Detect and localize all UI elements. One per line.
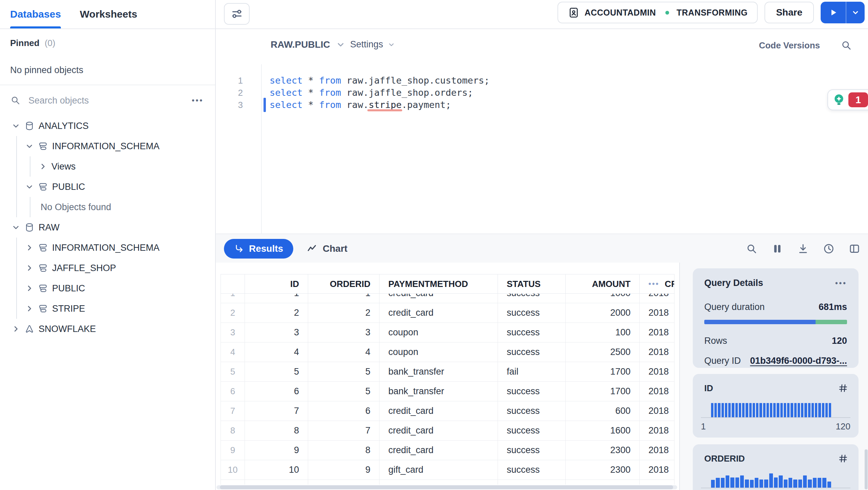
tree-item-views[interactable]: Views [0, 156, 215, 177]
search-objects-input[interactable]: Search objects ••• [0, 89, 215, 112]
cell[interactable]: bank_transfer [380, 382, 498, 401]
row-number[interactable]: 8 [221, 421, 245, 441]
editor-search-button[interactable] [840, 39, 852, 51]
cell[interactable]: success [498, 441, 566, 460]
table-row[interactable]: 222credit_cardsuccess20002018 [221, 303, 675, 323]
column-header-created[interactable]: •••CREATED [640, 274, 675, 294]
table-row[interactable]: 111credit_cardsuccess10002018 [221, 294, 675, 303]
tree-item-snowflake[interactable]: SNOWFLAKE [0, 319, 215, 339]
row-number[interactable]: 5 [221, 362, 245, 382]
query-history-button[interactable] [823, 243, 835, 255]
cell[interactable]: 2018 [640, 441, 675, 460]
tree-item-stripe[interactable]: STRIPE [0, 298, 215, 319]
chevron-down-icon[interactable] [12, 121, 20, 130]
column-header-paymentmethod[interactable]: PAYMENTMETHOD [380, 274, 498, 294]
copilot-suggestions-pill[interactable]: 1 [827, 89, 868, 110]
cell[interactable]: 2018 [640, 401, 675, 421]
table-row[interactable]: 444couponsuccess25002018 [221, 342, 675, 362]
cell[interactable]: 2 [245, 303, 308, 323]
cell[interactable]: 8 [308, 441, 380, 460]
tree-item-raw[interactable]: RAW [0, 217, 215, 238]
cell[interactable]: 2018 [640, 421, 675, 441]
cell[interactable]: 2018 [640, 382, 675, 401]
cell[interactable]: success [498, 342, 566, 362]
query-id-link[interactable]: 01b349f6-0000-d793-... [750, 356, 847, 366]
chevron-right-icon[interactable] [39, 162, 47, 171]
cell[interactable]: 1 [308, 294, 380, 303]
cell[interactable] [566, 480, 640, 485]
column-header-status[interactable]: STATUS [498, 274, 566, 294]
cell[interactable]: 7 [308, 421, 380, 441]
table-row[interactable]: 555bank_transferfail17002018 [221, 362, 675, 382]
cell[interactable]: 2300 [566, 460, 640, 480]
cell[interactable]: 9 [245, 441, 308, 460]
cell[interactable]: 2300 [566, 441, 640, 460]
cell[interactable]: credit_card [380, 421, 498, 441]
download-button[interactable] [797, 243, 809, 255]
cell[interactable]: fail [498, 362, 566, 382]
cell[interactable]: success [498, 382, 566, 401]
row-number[interactable]: 6 [221, 382, 245, 401]
cell[interactable]: 1700 [566, 382, 640, 401]
table-row[interactable]: 665bank_transfersuccess17002018 [221, 382, 675, 401]
chevron-right-icon[interactable] [25, 243, 34, 252]
horizontal-scrollbar[interactable] [216, 485, 677, 489]
cell[interactable]: coupon [380, 323, 498, 342]
tab-chart[interactable]: Chart [304, 239, 349, 259]
cell[interactable]: success [498, 294, 566, 303]
horizontal-scrollbar-thumb[interactable] [220, 485, 673, 489]
cell[interactable]: success [498, 460, 566, 480]
cell[interactable]: 2018 [640, 323, 675, 342]
cell[interactable] [380, 480, 498, 485]
cell[interactable]: success [498, 401, 566, 421]
tree-item-jaffle_shop[interactable]: JAFFLE_SHOP [0, 258, 215, 278]
chevron-down-icon[interactable] [12, 223, 20, 232]
cell[interactable]: bank_transfer [380, 362, 498, 382]
cell[interactable]: 5 [308, 382, 380, 401]
tree-item-analytics[interactable]: ANALYTICS [0, 116, 215, 136]
cell[interactable]: coupon [380, 342, 498, 362]
columns-button[interactable] [771, 243, 783, 255]
run-options-button[interactable] [846, 2, 865, 23]
code-line[interactable]: 3select * from raw.stripe.payment; [216, 99, 868, 111]
table-row[interactable]: 887credit_cardsuccess16002018 [221, 421, 675, 441]
database-schema-selector[interactable]: RAW.PUBLIC [271, 39, 346, 50]
cell[interactable]: 100 [566, 323, 640, 342]
tree-item-information_schema[interactable]: INFORMATION_SCHEMA [0, 238, 215, 258]
cell[interactable]: 1000 [566, 294, 640, 303]
code-versions-button[interactable]: Code Versions [759, 40, 820, 51]
hash-icon[interactable] [838, 383, 848, 394]
cell[interactable] [640, 480, 675, 485]
tab-databases[interactable]: Databases [10, 0, 61, 28]
cell[interactable]: 4 [245, 342, 308, 362]
cell[interactable]: credit_card [380, 401, 498, 421]
tree-item-information_schema[interactable]: INFORMATION_SCHEMA [0, 136, 215, 156]
cell[interactable] [245, 480, 308, 485]
row-number[interactable]: 9 [221, 441, 245, 460]
column-header-orderid[interactable]: ORDERID [308, 274, 380, 294]
table-row[interactable]: 333couponsuccess1002018 [221, 323, 675, 342]
table-row-partial[interactable] [221, 480, 675, 485]
hash-icon[interactable] [838, 453, 848, 464]
chevron-right-icon[interactable] [25, 304, 34, 313]
row-number[interactable]: 1 [221, 294, 245, 303]
settings-dropdown[interactable]: Settings [350, 39, 395, 50]
query-details-menu-icon[interactable]: ••• [835, 279, 847, 288]
cell[interactable]: 9 [308, 460, 380, 480]
cell[interactable]: 2 [308, 303, 380, 323]
row-number[interactable]: 2 [221, 303, 245, 323]
cell[interactable]: 6 [245, 382, 308, 401]
chevron-right-icon[interactable] [12, 325, 20, 333]
column-header-id[interactable]: ID [245, 274, 308, 294]
table-row[interactable]: 10109gift_cardsuccess23002018 [221, 460, 675, 480]
code-line[interactable]: 1select * from raw.jaffle_shop.customers… [216, 74, 868, 87]
table-rows-viewport[interactable]: 111credit_cardsuccess10002018222credit_c… [221, 294, 675, 485]
cell[interactable]: credit_card [380, 303, 498, 323]
split-panel-button[interactable] [848, 243, 861, 255]
cell[interactable]: 8 [245, 421, 308, 441]
cell[interactable]: success [498, 303, 566, 323]
code-line[interactable]: 2select * from raw.jaffle_shop.orders; [216, 87, 868, 99]
cell[interactable]: 10 [245, 460, 308, 480]
cell[interactable]: 2018 [640, 303, 675, 323]
cell[interactable]: credit_card [380, 441, 498, 460]
